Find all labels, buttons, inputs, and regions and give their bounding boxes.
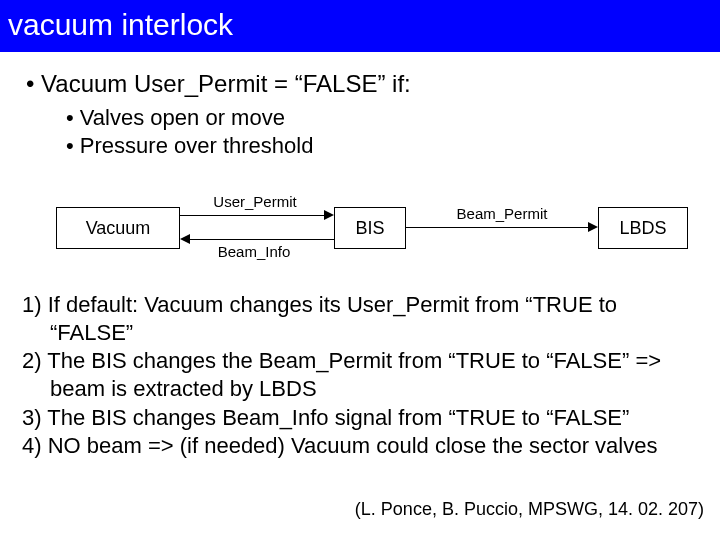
arrow-label-user-permit: User_Permit xyxy=(200,193,310,210)
citation: (L. Ponce, B. Puccio, MPSWG, 14. 02. 207… xyxy=(355,499,704,520)
arrow-user-permit-head xyxy=(324,210,334,220)
bullet-sub-2: Pressure over threshold xyxy=(14,132,706,160)
arrow-beam-permit-head xyxy=(588,222,598,232)
step-2: 2) The BIS changes the Beam_Permit from … xyxy=(22,347,702,403)
box-bis-label: BIS xyxy=(355,218,384,239)
arrow-label-beam-info: Beam_Info xyxy=(204,243,304,260)
steps-block: 1) If default: Vacuum changes its User_P… xyxy=(14,291,706,460)
box-vacuum: Vacuum xyxy=(56,207,180,249)
step-1: 1) If default: Vacuum changes its User_P… xyxy=(22,291,702,347)
arrow-beam-info-line xyxy=(190,239,334,240)
bullet-sub-1-text: Valves open or move xyxy=(80,105,285,130)
slide-title: vacuum interlock xyxy=(8,8,233,41)
box-bis: BIS xyxy=(334,207,406,249)
box-lbds-label: LBDS xyxy=(619,218,666,239)
box-vacuum-label: Vacuum xyxy=(86,218,151,239)
step-4: 4) NO beam => (if needed) Vacuum could c… xyxy=(22,432,702,460)
bullet-main-text: Vacuum User_Permit = “FALSE” if: xyxy=(41,70,411,97)
bullet-main: Vacuum User_Permit = “FALSE” if: xyxy=(14,70,706,98)
arrow-user-permit-line xyxy=(180,215,324,216)
step-3: 3) The BIS changes Beam_Info signal from… xyxy=(22,404,702,432)
box-lbds: LBDS xyxy=(598,207,688,249)
arrow-label-beam-permit: Beam_Permit xyxy=(442,205,562,222)
bullet-sub-2-text: Pressure over threshold xyxy=(80,133,314,158)
bullet-sub-1: Valves open or move xyxy=(14,104,706,132)
arrow-beam-permit-line xyxy=(406,227,588,228)
flow-diagram: Vacuum BIS LBDS User_Permit Beam_Info Be… xyxy=(14,175,706,275)
slide-title-bar: vacuum interlock xyxy=(0,0,720,52)
arrow-beam-info-head xyxy=(180,234,190,244)
slide-content: Vacuum User_Permit = “FALSE” if: Valves … xyxy=(0,52,720,460)
